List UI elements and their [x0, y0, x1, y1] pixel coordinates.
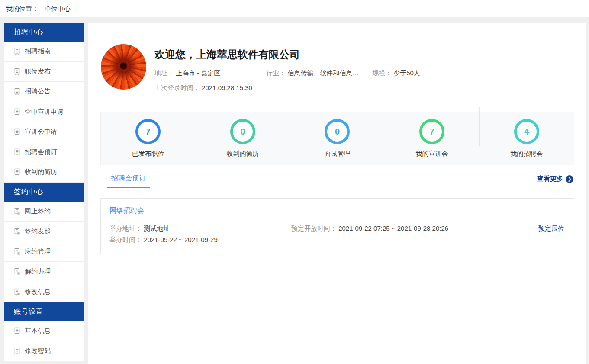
fair-address-label: 举办地址：: [109, 225, 142, 232]
stat-ring: 7: [419, 119, 444, 144]
sidebar-item-recruit-guide[interactable]: 招聘指南: [4, 42, 84, 62]
sidebar-item-label: 宣讲会申请: [25, 128, 57, 136]
sidebar-item-basic-info[interactable]: 基本信息: [4, 321, 84, 341]
stat-label: 我的宣讲会: [416, 150, 448, 158]
tab-jobfair-booking[interactable]: 招聘会预订: [107, 173, 150, 188]
book-booth-link[interactable]: 预定展位: [538, 225, 564, 233]
contract-icon: [14, 228, 20, 235]
sidebar-item-recruit-notice[interactable]: 招聘公告: [4, 82, 84, 102]
contract-icon: [14, 248, 20, 255]
location-label: 我的位置：: [6, 5, 39, 13]
sidebar-item-jobfair-booking[interactable]: 招聘会预订: [4, 142, 84, 163]
company-avatar[interactable]: [101, 44, 146, 90]
scale-label: 规模：: [372, 69, 392, 77]
sidebar-item-label: 招聘会预订: [25, 148, 57, 156]
company-address: 地址： 上海市 - 嘉定区: [154, 69, 221, 77]
industry-label: 行业：: [266, 69, 286, 77]
address-value: 上海市 - 嘉定区: [176, 69, 220, 77]
contract-icon: [14, 208, 20, 215]
sidebar-item-post-job[interactable]: 职位发布: [4, 62, 84, 82]
jobfair-title-link[interactable]: 网络招聘会: [109, 206, 144, 216]
stat-received-resumes[interactable]: 0 收到的简历: [196, 119, 290, 158]
stat-label: 已发布职位: [132, 150, 164, 158]
sidebar-item-label: 修改信息: [25, 288, 51, 296]
sidebar-item-air-presentation-apply[interactable]: 空中宣讲申请: [4, 102, 84, 122]
sidebar-item-label: 网上签约: [25, 207, 51, 216]
fair-address-row: 举办地址： 测试地址: [109, 225, 170, 233]
sidebar-item-label: 职位发布: [25, 68, 51, 76]
last-login-value: 2021.09.28 15:30: [202, 84, 252, 91]
receipt-icon: [14, 148, 20, 156]
stat-ring: 7: [135, 119, 161, 144]
receipt-icon: [14, 68, 20, 75]
sidebar-section-contract-center[interactable]: 签约中心: [4, 183, 84, 202]
stat-label: 收到的简历: [226, 150, 259, 158]
contract-icon: [14, 268, 20, 275]
stat-label: 面试管理: [324, 150, 350, 158]
receipt-icon: [14, 348, 20, 355]
welcome-title: 欢迎您，上海萃思软件有限公司: [154, 48, 300, 61]
industry-value: 信息传输、软件和信息…: [287, 69, 359, 77]
fair-open-label: 预定开放时间：: [291, 225, 337, 232]
company-industry: 行业： 信息传输、软件和信息…: [266, 69, 359, 77]
sidebar-item-label: 空中宣讲申请: [25, 108, 64, 116]
stat-my-jobfairs[interactable]: 4 我的招聘会: [479, 119, 574, 158]
fair-open-value: 2021-09-22 07:25 ~ 2021-09-28 20:26: [338, 225, 448, 232]
stat-interview-management[interactable]: 0 面试管理: [290, 119, 385, 158]
fair-time-value: 2021-09-22 ~ 2021-09-29: [144, 236, 218, 243]
sidebar-item-contract-initiate[interactable]: 签约发起: [4, 222, 84, 242]
chevron-right-icon: ❯: [566, 175, 573, 183]
sidebar-item-label: 修改密码: [25, 347, 51, 355]
scale-value: 少于50人: [393, 69, 420, 77]
sidebar-item-offer-management[interactable]: 应约管理: [4, 242, 84, 262]
main-content: 欢迎您，上海萃思软件有限公司 地址： 上海市 - 嘉定区 行业： 信息传输、软件…: [88, 23, 586, 364]
fair-address-value: 测试地址: [144, 225, 170, 232]
stats-band: 7 已发布职位 0 收到的简历 0 面试管理 7 我的宣讲会 4 我的招聘会: [100, 112, 574, 165]
stat-label: 我的招聘会: [510, 150, 543, 158]
sidebar-item-label: 应约管理: [25, 248, 51, 256]
sidebar-item-label: 招聘指南: [25, 47, 51, 55]
stat-my-presentations[interactable]: 7 我的宣讲会: [385, 119, 480, 158]
sidebar-item-label: 解约办理: [25, 267, 51, 276]
breadcrumb-unit-center[interactable]: 单位中心: [45, 5, 71, 13]
last-login: 上次登录时间： 2021.09.28 15:30: [154, 84, 252, 92]
receipt-icon: [14, 128, 20, 135]
sidebar-item-presentation-apply[interactable]: 宣讲会申请: [4, 122, 84, 142]
sidebar-item-modify-info[interactable]: 修改信息: [4, 282, 84, 303]
sidebar-item-contract-termination[interactable]: 解约办理: [4, 262, 84, 282]
receipt-icon: [14, 88, 20, 95]
address-label: 地址：: [154, 69, 174, 77]
sidebar: 招聘中心 招聘指南 职位发布 招聘公告 空中宣讲申请 宣讲会申请 招聘会预订: [4, 23, 84, 361]
stat-ring: 4: [514, 119, 539, 144]
sidebar-item-online-contract[interactable]: 网上签约: [4, 202, 84, 222]
stat-ring: 0: [325, 119, 350, 144]
stat-published-jobs[interactable]: 7 已发布职位: [101, 119, 196, 158]
last-login-label: 上次登录时间：: [154, 84, 200, 91]
sidebar-item-label: 收到的简历: [25, 168, 57, 176]
sidebar-section-recruit-center[interactable]: 招聘中心: [4, 23, 84, 42]
receipt-icon: [14, 168, 20, 176]
receipt-icon: [14, 48, 20, 55]
contract-icon: [14, 288, 20, 296]
company-scale: 规模： 少于50人: [372, 69, 420, 77]
topbar: 我的位置： 单位中心: [0, 0, 589, 17]
jobfair-card: 网络招聘会 举办地址： 测试地址 举办时间： 2021-09-22 ~ 2021…: [100, 198, 574, 254]
view-more-link[interactable]: 查看更多 ❯: [537, 175, 573, 183]
sidebar-item-label: 基本信息: [25, 327, 51, 335]
stat-ring: 0: [230, 119, 255, 144]
sidebar-item-label: 招聘公告: [25, 87, 51, 96]
sidebar-section-account-settings[interactable]: 账号设置: [4, 302, 84, 321]
sidebar-item-change-password[interactable]: 修改密码: [4, 341, 84, 362]
fair-time-row: 举办时间： 2021-09-22 ~ 2021-09-29: [109, 236, 218, 244]
tab-row: 招聘会预订 查看更多 ❯: [100, 173, 574, 189]
view-more-label: 查看更多: [537, 175, 563, 183]
receipt-icon: [14, 108, 20, 116]
sidebar-item-received-resumes[interactable]: 收到的简历: [4, 162, 84, 183]
sidebar-item-label: 签约发起: [25, 227, 51, 235]
fair-time-label: 举办时间：: [109, 236, 142, 243]
receipt-icon: [14, 327, 20, 335]
fair-open-row: 预定开放时间： 2021-09-22 07:25 ~ 2021-09-28 20…: [291, 225, 448, 233]
